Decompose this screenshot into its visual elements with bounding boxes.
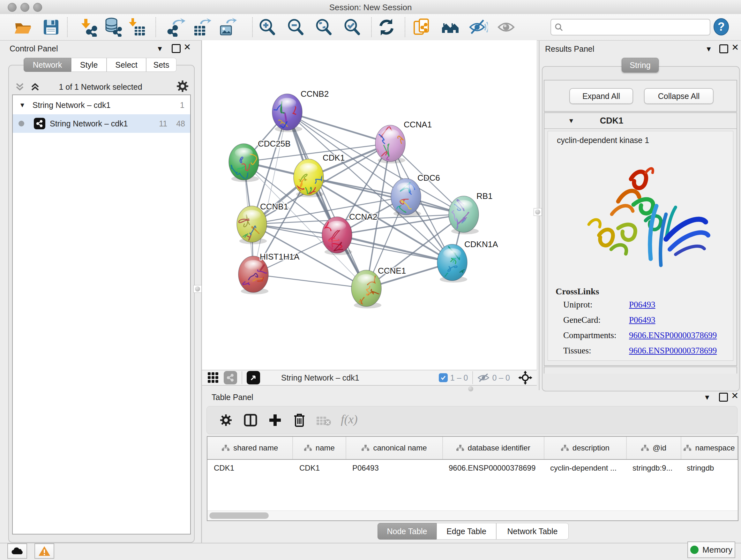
horizontal-scrollbar[interactable] (207, 510, 738, 520)
show-columns-icon[interactable] (244, 414, 257, 427)
network-edge[interactable] (287, 112, 390, 143)
help-icon[interactable]: ? (712, 18, 730, 36)
crosslink-label: Compartments: (563, 330, 629, 340)
fit-content-crosshair-icon[interactable] (518, 371, 532, 385)
float-panel-icon[interactable] (719, 393, 728, 401)
tab-string[interactable]: String (622, 58, 659, 72)
add-column-icon[interactable] (268, 413, 282, 427)
export-image-icon[interactable] (218, 17, 237, 37)
cloud-icon[interactable] (7, 543, 27, 559)
refresh-icon[interactable] (377, 17, 396, 37)
column-header-namespace[interactable]: namespace (681, 437, 738, 459)
import-table-icon[interactable] (127, 17, 146, 37)
close-panel-icon[interactable]: ✕ (184, 44, 191, 51)
table-cell[interactable]: CDK1 (207, 460, 293, 476)
gear-icon[interactable] (219, 414, 232, 427)
collapse-all-networks-icon[interactable] (29, 82, 41, 92)
network-edge[interactable] (253, 274, 366, 288)
expand-all-button[interactable]: Expand All (569, 88, 633, 104)
copy-network-icon[interactable] (412, 17, 431, 37)
edge-count: 48 (176, 119, 185, 128)
eye-slash-icon[interactable] (469, 17, 488, 37)
tab-sets[interactable]: Sets (146, 58, 177, 72)
tab-select[interactable]: Select (107, 58, 146, 72)
function-builder-icon[interactable]: f(x) (341, 412, 358, 426)
delete-table-icon[interactable] (316, 415, 331, 426)
export-network-icon[interactable] (167, 17, 186, 37)
column-header-database-identifier[interactable]: database identifier (443, 437, 544, 459)
tab-network[interactable]: Network (23, 58, 71, 72)
tab-edge-table[interactable]: Edge Table (436, 523, 496, 540)
table-cell[interactable]: cyclin-dependent ... (544, 460, 626, 476)
section-collapse-icon[interactable]: ▼ (568, 117, 575, 125)
expand-all-networks-icon[interactable] (14, 82, 25, 92)
network-node-CCNA1[interactable]: CCNA1 (375, 120, 432, 164)
network-edge[interactable] (253, 112, 287, 274)
float-panel-icon[interactable] (172, 44, 181, 53)
tab-node-table[interactable]: Node Table (378, 523, 436, 540)
table-cell[interactable]: stringdb:9... (626, 460, 680, 476)
share-view-icon[interactable] (224, 371, 237, 384)
column-header-canonical-name[interactable]: canonical name (346, 437, 443, 459)
table-cell[interactable]: stringdb (680, 460, 737, 476)
column-header-name[interactable]: name (293, 437, 346, 459)
import-network-icon[interactable] (79, 17, 98, 37)
warning-icon[interactable] (35, 543, 54, 559)
column-header-shared-name[interactable]: shared name (207, 437, 293, 459)
close-panel-icon[interactable]: ✕ (731, 44, 739, 51)
table-cell[interactable]: P06493 (346, 460, 442, 476)
column-header-description[interactable]: description (544, 437, 627, 459)
network-node-CDKN1A[interactable]: CDKN1A (437, 240, 498, 283)
table-cell[interactable]: 9606.ENSP00000378699 (442, 460, 544, 476)
collapse-panel-icon[interactable]: ▼ (156, 45, 163, 53)
hidden-eye-slash-icon[interactable] (477, 372, 489, 383)
zoom-out-icon[interactable] (286, 17, 305, 37)
zoom-selected-icon[interactable] (342, 17, 361, 37)
scrollbar-thumb[interactable] (209, 512, 269, 519)
crosslink-value-link[interactable]: 9606.ENSP00000378699 (629, 330, 717, 340)
float-panel-icon[interactable] (719, 44, 728, 53)
import-database-icon[interactable] (104, 17, 123, 37)
collapse-panel-icon[interactable]: ▼ (705, 45, 712, 53)
save-icon[interactable] (42, 17, 61, 37)
selected-checkbox-icon[interactable] (439, 373, 448, 382)
column-header-@id[interactable]: @id (627, 437, 681, 459)
network-node-CCNB2[interactable]: CCNB2 (272, 89, 329, 132)
search-input[interactable] (563, 22, 692, 32)
close-panel-icon[interactable]: ✕ (731, 392, 738, 399)
network-collection-row[interactable]: ▼ String Network – cdk1 1 (13, 96, 190, 114)
splitter-knob-left[interactable] (193, 285, 202, 293)
gene-section-header[interactable]: ▼ CDK1 (544, 113, 737, 129)
network-row-selected[interactable]: String Network – cdk1 11 48 (13, 114, 190, 133)
delete-column-icon[interactable] (293, 413, 306, 428)
network-node-CCNE1[interactable]: CCNE1 (351, 266, 406, 308)
network-node-HIST1H1A[interactable]: HIST1H1A (239, 252, 300, 294)
network-node-RB1[interactable]: RB1 (449, 191, 493, 234)
search-field[interactable] (550, 19, 711, 36)
tree-expand-icon[interactable]: ▼ (19, 102, 25, 109)
table-row[interactable]: CDK1CDK1P064939606.ENSP00000378699cyclin… (207, 460, 738, 476)
collapse-all-button[interactable]: Collapse All (644, 88, 714, 104)
zoom-in-icon[interactable] (258, 17, 277, 37)
tab-style[interactable]: Style (71, 58, 107, 72)
network-node-CDC6[interactable]: CDC6 (391, 173, 440, 217)
gear-icon[interactable] (176, 80, 189, 92)
eye-icon[interactable] (496, 17, 516, 37)
tab-network-table[interactable]: Network Table (496, 523, 569, 540)
birdseye-grid-icon[interactable] (207, 372, 219, 384)
memory-button[interactable]: Memory (687, 542, 735, 558)
crosslink-value-link[interactable]: 9606.ENSP00000378699 (629, 346, 717, 356)
crosslink-value-link[interactable]: P06493 (629, 315, 656, 325)
network-node-CDC25B[interactable]: CDC25B (226, 139, 291, 182)
zoom-fit-icon[interactable] (314, 17, 333, 37)
network-canvas[interactable]: CCNB2CCNA1CDC25BCDK1CDC6RB1CCNB1CCNA2CDK… (202, 40, 537, 370)
open-in-window-icon[interactable] (247, 371, 260, 384)
network-edge[interactable] (337, 235, 452, 262)
houses-icon[interactable] (441, 17, 460, 37)
table-cell[interactable]: CDK1 (293, 460, 346, 476)
collapse-panel-icon[interactable]: ▼ (704, 393, 711, 401)
network-edge[interactable] (287, 112, 366, 288)
crosslink-value-link[interactable]: P06493 (629, 300, 656, 310)
export-table-icon[interactable] (192, 17, 212, 37)
folder-open-icon[interactable] (13, 17, 32, 37)
